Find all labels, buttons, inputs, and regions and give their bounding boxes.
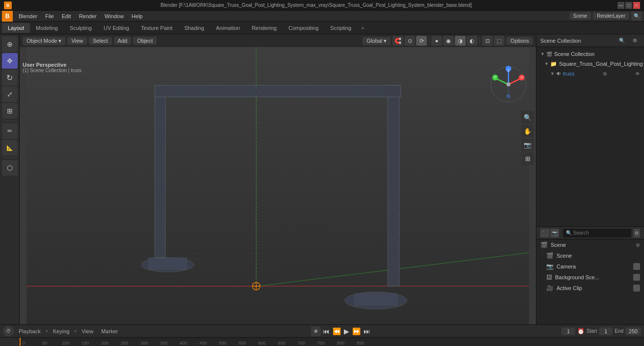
prop-row-bg-scene[interactable]: 🖼 Background Sce... [536, 272, 644, 283]
scene-tree-filter-button[interactable]: 🔍 [616, 37, 628, 44]
tree-vis-2[interactable]: ⚙ [603, 71, 607, 77]
tab-sculpting[interactable]: Sculpting [64, 23, 98, 33]
scene-selector[interactable]: Scene [569, 12, 591, 20]
start-frame-input[interactable]: 1 [599, 327, 613, 335]
overlay-button[interactable]: ⊡ [482, 36, 493, 46]
render-mode-look[interactable]: ◑ [455, 36, 466, 46]
bg-color-chip [633, 274, 640, 281]
prop-row-scene[interactable]: 🎬 Scene ⚙ [536, 240, 644, 250]
properties-filter-button[interactable]: ⚙ [633, 229, 640, 238]
tab-rendering[interactable]: Rendering [246, 23, 282, 33]
proportional-edit-button[interactable]: ⊙ [404, 36, 415, 46]
prev-frame-button[interactable]: ⏪ [332, 327, 342, 335]
svg-point-176 [506, 94, 510, 98]
transform-tool-button[interactable]: ⊞ [2, 103, 18, 119]
menu-file[interactable]: File [41, 12, 58, 20]
tab-scripting[interactable]: Scripting [324, 23, 357, 33]
global-dropdown[interactable]: Global ▾ [363, 37, 391, 45]
annotate-tool-button[interactable]: ✏ [2, 123, 18, 139]
tree-object-item[interactable]: ▼ 👁 truss ⚙ 👁 [536, 69, 644, 79]
next-frame-button[interactable]: ⏩ [351, 327, 362, 335]
timeline-mode-button[interactable]: ⏱ [3, 326, 14, 337]
menu-blender[interactable]: Blender [15, 12, 41, 20]
camera-prop-icon: 📷 [546, 263, 554, 270]
menu-edit[interactable]: Edit [58, 12, 75, 20]
props-icon-2[interactable]: 📷 [550, 229, 559, 238]
tab-animation[interactable]: Animation [210, 23, 246, 33]
marker-menu-button[interactable]: Marker [98, 327, 121, 335]
viewport-gizmo[interactable]: Z X Y [489, 65, 528, 104]
prop-row-camera[interactable]: 📷 Camera [536, 261, 644, 272]
frame-num-350: 350 [160, 341, 180, 346]
props-icon-1[interactable]: ⬛ [540, 229, 549, 238]
menu-window[interactable]: Window [101, 12, 128, 20]
properties-search[interactable] [563, 229, 631, 238]
current-frame-display[interactable]: 1 [561, 327, 575, 335]
options-button[interactable]: Options [506, 37, 533, 45]
render-mode-rendered[interactable]: ◐ [467, 36, 477, 46]
scene-prop-icon: 🎬 [540, 241, 548, 248]
grid-button[interactable]: ⊞ [521, 152, 534, 165]
record-button[interactable]: ⏺ [311, 326, 321, 336]
move-tool-button[interactable]: ✥ [2, 53, 18, 69]
extra-tool-button[interactable]: ⬡ [2, 160, 18, 176]
workspace-tabs: Layout Modeling Sculpting UV Editing Tex… [0, 22, 644, 34]
tab-shading[interactable]: Shading [178, 23, 210, 33]
tree-root-collection[interactable]: ▼ 🎬 Scene Collection [536, 49, 644, 59]
tab-compositing[interactable]: Compositing [282, 23, 324, 33]
measure-tool-button[interactable]: 📐 [2, 140, 18, 156]
render-mode-solid[interactable]: ● [431, 36, 442, 46]
scene-tree-options-button[interactable]: ⚙ [630, 37, 640, 44]
viewport[interactable]: Object Mode ▾ View Select Add Object Glo… [20, 34, 536, 324]
object-menu-button[interactable]: Object [133, 37, 157, 45]
titlebar-title: Blender [F:\1AWORK\Square_Truss_Goal_Pos… [15, 2, 617, 8]
tab-layout[interactable]: Layout [2, 23, 30, 33]
zoom-in-button[interactable]: 🔍 [521, 111, 534, 124]
keying-menu-button[interactable]: Keying [50, 327, 73, 335]
jump-to-start-button[interactable]: ⏮ [322, 327, 331, 335]
view-menu-button[interactable]: View [67, 37, 87, 45]
cursor-tool-button[interactable]: ⊕ [2, 36, 18, 52]
playback-menu-button[interactable]: Playback [16, 327, 44, 335]
timeline-bar[interactable]: 0 50 100 150 200 250 300 350 400 450 500… [0, 337, 644, 346]
frame-num-450: 450 [199, 341, 219, 346]
collection-icon: 📁 [550, 61, 557, 67]
add-menu-button[interactable]: Add [114, 37, 132, 45]
maximize-button[interactable]: □ [625, 2, 632, 9]
tab-add-button[interactable]: + [357, 23, 368, 33]
frame-num-850: 850 [357, 341, 376, 346]
object-mode-dropdown[interactable]: Object Mode ▾ [23, 37, 65, 45]
timeline-inner[interactable]: 0 50 100 150 200 250 300 350 400 450 500… [20, 338, 644, 346]
render-mode-wire[interactable]: ◉ [443, 36, 454, 46]
prop-row-scene-2[interactable]: 🎬 Scene [536, 250, 644, 261]
camera-button[interactable]: 📷 [521, 138, 534, 151]
snap-button[interactable]: 🧲 [392, 36, 403, 46]
properties-header: ⬛ 📷 ⚙ [536, 227, 644, 240]
bg-scene-icon: 🖼 [546, 274, 552, 281]
transform-button[interactable]: ⟳ [416, 36, 427, 46]
end-frame-input[interactable]: 250 [625, 327, 641, 335]
xray-button[interactable]: ⬚ [494, 36, 504, 46]
view-menu-bottom-button[interactable]: View [79, 327, 96, 335]
rotate-tool-button[interactable]: ↻ [2, 70, 18, 85]
minimize-button[interactable]: — [617, 2, 624, 9]
prop-row-active-clip[interactable]: 🎥 Active Clip [536, 283, 644, 293]
menu-render[interactable]: Render [75, 12, 101, 20]
close-button[interactable]: × [633, 2, 640, 9]
tree-vis-3[interactable]: 👁 [635, 71, 640, 77]
tab-modeling[interactable]: Modeling [30, 23, 64, 33]
tab-texture-paint[interactable]: Texture Paint [135, 23, 178, 33]
tree-collection-item[interactable]: ▼ 📁 Square_Truss_Goal_Post_Lighting 👁 [536, 59, 644, 69]
play-button[interactable]: ▶ [343, 327, 350, 335]
search-button[interactable]: 🔍 [631, 12, 642, 21]
renderlayer-selector[interactable]: RenderLayer [593, 12, 629, 20]
select-menu-button[interactable]: Select [89, 37, 112, 45]
jump-to-end-button[interactable]: ⏭ [363, 327, 371, 335]
separator [429, 37, 429, 45]
tab-uv-editing[interactable]: UV Editing [98, 23, 135, 33]
tree-arrow-3: ▼ [550, 71, 555, 76]
menu-help[interactable]: Help [128, 12, 147, 20]
scale-tool-button[interactable]: ⤢ [2, 86, 18, 102]
hand-button[interactable]: ✋ [521, 125, 534, 137]
scene-prop-settings[interactable]: ⚙ [636, 242, 640, 248]
